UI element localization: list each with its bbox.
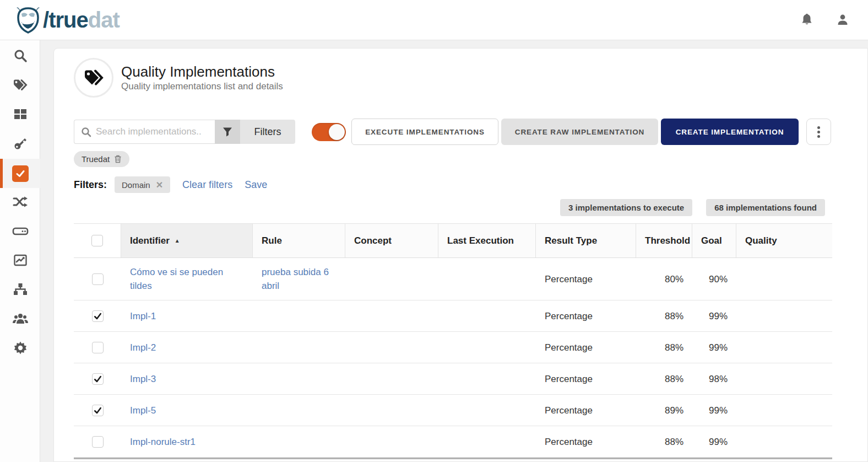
result-type-cell: Percentage	[536, 302, 636, 330]
filters-button[interactable]: Filters	[240, 120, 295, 144]
search-implementations-box	[74, 120, 215, 144]
sort-ascending-icon: ▲	[175, 238, 180, 244]
row-checkbox[interactable]	[92, 373, 104, 385]
domain-filter-chip[interactable]: Domain ✕	[115, 176, 170, 193]
trash-icon[interactable]	[114, 155, 122, 163]
column-header-identifier[interactable]: Identifier ▲	[121, 224, 253, 257]
column-header-last-execution[interactable]: Last Execution	[438, 224, 536, 257]
table-row: Impl-norule-str1 Percentage 88% 99%	[74, 426, 832, 458]
result-type-cell: Percentage	[536, 334, 636, 362]
save-filters-link[interactable]: Save	[245, 179, 267, 191]
column-header-goal[interactable]: Goal	[692, 224, 736, 257]
quality-cell	[736, 340, 832, 354]
sidebar-item-permissions[interactable]	[0, 130, 40, 159]
threshold-cell: 88%	[636, 428, 692, 456]
identifier-link[interactable]: Impl-5	[130, 405, 156, 416]
table-body: Cómo ve si se pueden tildes prueba subid…	[74, 258, 832, 458]
identifier-link[interactable]: Cómo ve si se pueden tildes	[130, 267, 223, 291]
page-header: Quality Implementations Quality implemen…	[74, 58, 867, 98]
toggle-knob	[329, 124, 345, 140]
table-row: Impl-5 Percentage 89% 99%	[74, 395, 832, 426]
column-header-result-type[interactable]: Result Type	[536, 224, 636, 257]
sitemap-icon	[13, 282, 28, 299]
truedat-logo[interactable]: /truedat	[14, 6, 120, 34]
source-chip-label: Truedat	[82, 154, 110, 164]
column-header-quality[interactable]: Quality	[736, 224, 832, 257]
identifier-header-label: Identifier	[130, 235, 170, 246]
concept-cell	[345, 340, 438, 354]
sidebar-item-settings[interactable]	[0, 334, 40, 363]
filter-funnel-button[interactable]	[215, 120, 240, 144]
identifier-link[interactable]: Impl-3	[130, 374, 156, 384]
last-execution-cell	[438, 309, 536, 323]
concept-cell	[345, 372, 438, 386]
clear-filters-link[interactable]: Clear filters	[182, 179, 232, 191]
rule-link[interactable]: prueba subida 6 abril	[262, 267, 329, 291]
grid-icon	[13, 107, 28, 123]
row-checkbox[interactable]	[92, 273, 104, 285]
table-row: Impl-2 Percentage 88% 99%	[74, 332, 832, 363]
column-header-rule[interactable]: Rule	[253, 224, 345, 257]
threshold-cell: 88%	[636, 365, 692, 393]
notifications-bell-icon[interactable]	[801, 13, 813, 26]
identifier-link[interactable]: Impl-norule-str1	[130, 437, 196, 447]
gear-icon	[13, 341, 28, 357]
concept-cell	[345, 403, 438, 417]
sidebar-item-glossary[interactable]	[0, 71, 40, 100]
column-header-concept[interactable]: Concept	[345, 224, 438, 257]
last-execution-cell	[438, 434, 536, 449]
search-icon	[81, 127, 91, 137]
implementations-to-execute-badge: 3 implementations to execute	[560, 199, 692, 216]
threshold-cell: 80%	[636, 265, 692, 293]
implementations-tag-icon	[74, 58, 113, 98]
top-bar: /truedat	[0, 0, 868, 40]
last-execution-cell	[438, 272, 536, 286]
quality-cell	[736, 272, 832, 286]
create-implementation-button[interactable]: CREATE IMPLEMENTATION	[661, 119, 799, 145]
create-raw-implementation-button[interactable]: CREATE RAW IMPLEMENTATION	[501, 119, 658, 145]
sidebar-item-lineage[interactable]	[0, 188, 40, 217]
result-type-cell: Percentage	[536, 265, 636, 293]
source-filter-chip[interactable]: Truedat	[74, 151, 129, 167]
sidebar-item-users[interactable]	[0, 305, 40, 334]
threshold-cell: 89%	[636, 396, 692, 425]
more-options-button[interactable]	[806, 119, 831, 145]
search-icon	[13, 49, 28, 65]
goal-cell: 99%	[692, 334, 736, 362]
quality-check-icon	[12, 165, 29, 182]
row-checkbox[interactable]	[92, 310, 104, 322]
result-type-cell: Percentage	[536, 365, 636, 393]
table-row: Cómo ve si se pueden tildes prueba subid…	[74, 258, 832, 300]
execute-mode-toggle[interactable]	[312, 123, 346, 141]
identifier-link[interactable]: Impl-2	[130, 342, 156, 353]
goal-cell: 90%	[692, 265, 736, 293]
sidebar-item-dashboards[interactable]	[0, 100, 40, 130]
result-type-cell: Percentage	[536, 396, 636, 425]
concept-cell	[345, 272, 438, 286]
column-header-threshold[interactable]: Threshold	[636, 224, 692, 257]
sidebar-item-sources[interactable]	[0, 217, 40, 246]
user-profile-icon[interactable]	[836, 13, 849, 26]
remove-domain-filter-icon[interactable]: ✕	[156, 180, 163, 190]
kebab-menu-icon	[817, 126, 820, 138]
row-checkbox[interactable]	[92, 405, 104, 416]
sidebar-item-search[interactable]	[0, 42, 40, 71]
funnel-icon	[222, 126, 233, 137]
table-header-row: Identifier ▲ Rule Concept Last Execution…	[74, 224, 832, 258]
last-execution-cell	[438, 372, 536, 386]
sidebar-item-quality[interactable]	[0, 159, 40, 188]
threshold-cell: 88%	[636, 302, 692, 330]
search-input[interactable]	[96, 126, 209, 137]
implementations-found-badge: 68 implementations found	[706, 199, 825, 216]
execute-implementations-button[interactable]: EXECUTE IMPLEMENTATIONS	[351, 119, 498, 145]
goal-cell: 99%	[692, 428, 736, 456]
sidebar-item-analytics[interactable]	[0, 246, 40, 276]
users-group-icon	[12, 313, 29, 327]
page-title: Quality Implementations	[121, 63, 283, 80]
select-all-checkbox[interactable]	[91, 235, 103, 246]
toolbar: Filters EXECUTE IMPLEMENTATIONS CREATE R…	[74, 119, 867, 145]
row-checkbox[interactable]	[92, 436, 104, 448]
identifier-link[interactable]: Impl-1	[130, 311, 156, 321]
row-checkbox[interactable]	[92, 342, 104, 353]
sidebar-item-structures[interactable]	[0, 276, 40, 305]
